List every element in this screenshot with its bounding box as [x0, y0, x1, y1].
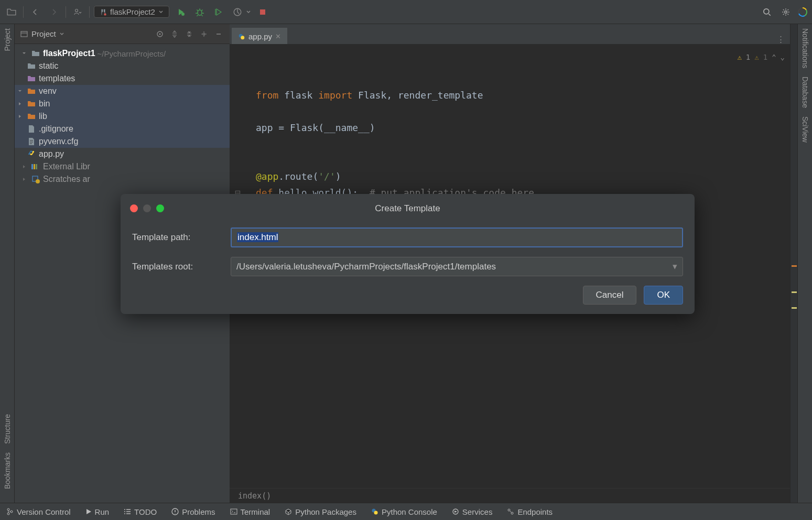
cancel-button[interactable]: Cancel: [583, 286, 637, 305]
ok-button[interactable]: OK: [644, 286, 683, 305]
window-controls: [130, 204, 164, 212]
template-path-input[interactable]: index.html: [231, 228, 683, 247]
maximize-window-icon[interactable]: [156, 204, 164, 212]
templates-root-label: Templates root:: [132, 262, 221, 272]
dropdown-arrow-icon: ▾: [673, 261, 677, 272]
create-template-dialog: Create Template Template path: index.htm…: [121, 194, 695, 314]
template-path-label: Template path:: [132, 232, 221, 243]
dialog-title: Create Template: [132, 203, 683, 214]
templates-root-select[interactable]: /Users/valeria.letusheva/PycharmProjects…: [231, 257, 683, 276]
close-window-icon[interactable]: [130, 204, 138, 212]
minimize-window-icon[interactable]: [143, 204, 151, 212]
